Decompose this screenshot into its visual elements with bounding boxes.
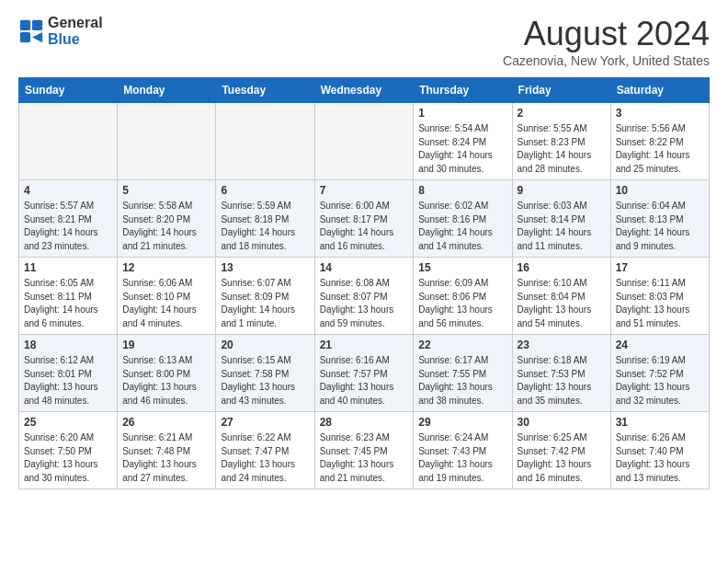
calendar-row-5: 25Sunrise: 6:20 AM Sunset: 7:50 PM Dayli… <box>19 412 710 489</box>
calendar-cell <box>314 103 414 180</box>
svg-rect-1 <box>32 20 42 30</box>
calendar-cell <box>216 103 314 180</box>
day-info: Sunrise: 6:19 AM Sunset: 7:52 PM Dayligh… <box>616 354 704 408</box>
svg-rect-0 <box>20 20 30 30</box>
day-number: 7 <box>320 184 409 197</box>
day-info: Sunrise: 5:54 AM Sunset: 8:24 PM Dayligh… <box>418 122 506 176</box>
day-number: 10 <box>616 184 704 197</box>
calendar-cell: 4Sunrise: 5:57 AM Sunset: 8:21 PM Daylig… <box>19 180 118 258</box>
logo-text-line2: Blue <box>48 31 103 48</box>
calendar-cell: 17Sunrise: 6:11 AM Sunset: 8:03 PM Dayli… <box>610 258 709 335</box>
day-number: 20 <box>221 339 309 351</box>
day-number: 12 <box>122 261 210 274</box>
day-info: Sunrise: 6:12 AM Sunset: 8:01 PM Dayligh… <box>24 354 112 408</box>
month-title: August 2024 <box>503 15 710 53</box>
day-info: Sunrise: 6:13 AM Sunset: 8:00 PM Dayligh… <box>122 354 210 408</box>
calendar-cell: 7Sunrise: 6:00 AM Sunset: 8:17 PM Daylig… <box>314 180 414 258</box>
calendar-cell <box>19 103 118 180</box>
calendar-cell: 25Sunrise: 6:20 AM Sunset: 7:50 PM Dayli… <box>19 412 118 489</box>
day-number: 11 <box>24 261 112 274</box>
title-area: August 2024 Cazenovia, New York, United … <box>503 15 710 68</box>
header-monday: Monday <box>118 78 216 103</box>
day-number: 5 <box>122 184 210 197</box>
day-number: 29 <box>418 416 506 429</box>
day-number: 1 <box>418 107 506 120</box>
day-number: 31 <box>616 416 704 429</box>
page-header: General Blue August 2024 Cazenovia, New … <box>18 15 710 68</box>
calendar-cell <box>118 103 216 180</box>
calendar-cell: 19Sunrise: 6:13 AM Sunset: 8:00 PM Dayli… <box>118 335 216 412</box>
day-number: 17 <box>616 261 704 274</box>
day-number: 27 <box>221 416 309 429</box>
day-number: 21 <box>320 339 409 351</box>
calendar-cell: 26Sunrise: 6:21 AM Sunset: 7:48 PM Dayli… <box>118 412 216 489</box>
calendar-cell: 23Sunrise: 6:18 AM Sunset: 7:53 PM Dayli… <box>512 335 610 412</box>
calendar-row-4: 18Sunrise: 6:12 AM Sunset: 8:01 PM Dayli… <box>19 335 710 412</box>
day-info: Sunrise: 6:26 AM Sunset: 7:40 PM Dayligh… <box>616 431 704 485</box>
calendar-cell: 11Sunrise: 6:05 AM Sunset: 8:11 PM Dayli… <box>19 258 118 335</box>
calendar-cell: 24Sunrise: 6:19 AM Sunset: 7:52 PM Dayli… <box>610 335 709 412</box>
day-info: Sunrise: 6:24 AM Sunset: 7:43 PM Dayligh… <box>418 431 506 485</box>
calendar-row-1: 1Sunrise: 5:54 AM Sunset: 8:24 PM Daylig… <box>19 103 710 180</box>
day-info: Sunrise: 6:17 AM Sunset: 7:55 PM Dayligh… <box>418 354 506 408</box>
calendar-row-2: 4Sunrise: 5:57 AM Sunset: 8:21 PM Daylig… <box>19 180 710 258</box>
day-number: 15 <box>418 261 506 274</box>
day-info: Sunrise: 6:02 AM Sunset: 8:16 PM Dayligh… <box>418 200 506 253</box>
day-number: 26 <box>122 416 210 429</box>
calendar-row-3: 11Sunrise: 6:05 AM Sunset: 8:11 PM Dayli… <box>19 258 710 335</box>
day-info: Sunrise: 6:15 AM Sunset: 7:58 PM Dayligh… <box>221 354 309 408</box>
day-info: Sunrise: 5:56 AM Sunset: 8:22 PM Dayligh… <box>616 122 704 176</box>
day-number: 4 <box>24 184 112 197</box>
calendar-cell: 28Sunrise: 6:23 AM Sunset: 7:45 PM Dayli… <box>314 412 414 489</box>
header-tuesday: Tuesday <box>216 78 314 103</box>
day-info: Sunrise: 6:06 AM Sunset: 8:10 PM Dayligh… <box>122 277 210 330</box>
day-info: Sunrise: 6:10 AM Sunset: 8:04 PM Dayligh… <box>518 277 606 330</box>
calendar-cell: 12Sunrise: 6:06 AM Sunset: 8:10 PM Dayli… <box>118 258 216 335</box>
day-number: 22 <box>418 339 506 351</box>
calendar-header-row: SundayMondayTuesdayWednesdayThursdayFrid… <box>19 78 710 103</box>
day-info: Sunrise: 5:55 AM Sunset: 8:23 PM Dayligh… <box>518 122 606 176</box>
location: Cazenovia, New York, United States <box>503 53 710 68</box>
calendar-cell: 31Sunrise: 6:26 AM Sunset: 7:40 PM Dayli… <box>610 412 709 489</box>
day-info: Sunrise: 6:00 AM Sunset: 8:17 PM Dayligh… <box>320 200 409 253</box>
calendar-cell: 5Sunrise: 5:58 AM Sunset: 8:20 PM Daylig… <box>118 180 216 258</box>
day-info: Sunrise: 5:57 AM Sunset: 8:21 PM Dayligh… <box>24 200 112 253</box>
logo-icon <box>18 18 44 44</box>
day-info: Sunrise: 5:58 AM Sunset: 8:20 PM Dayligh… <box>122 200 210 253</box>
calendar-cell: 9Sunrise: 6:03 AM Sunset: 8:14 PM Daylig… <box>512 180 610 258</box>
day-info: Sunrise: 6:25 AM Sunset: 7:42 PM Dayligh… <box>518 431 606 485</box>
header-thursday: Thursday <box>414 78 512 103</box>
svg-marker-3 <box>32 32 42 42</box>
day-number: 2 <box>518 107 606 120</box>
calendar-cell: 2Sunrise: 5:55 AM Sunset: 8:23 PM Daylig… <box>512 103 610 180</box>
calendar-cell: 15Sunrise: 6:09 AM Sunset: 8:06 PM Dayli… <box>414 258 512 335</box>
day-number: 13 <box>221 261 309 274</box>
calendar-cell: 3Sunrise: 5:56 AM Sunset: 8:22 PM Daylig… <box>610 103 709 180</box>
calendar-cell: 1Sunrise: 5:54 AM Sunset: 8:24 PM Daylig… <box>414 103 512 180</box>
day-info: Sunrise: 6:11 AM Sunset: 8:03 PM Dayligh… <box>616 277 704 330</box>
calendar-cell: 10Sunrise: 6:04 AM Sunset: 8:13 PM Dayli… <box>610 180 709 258</box>
day-info: Sunrise: 6:09 AM Sunset: 8:06 PM Dayligh… <box>418 277 506 330</box>
day-info: Sunrise: 6:22 AM Sunset: 7:47 PM Dayligh… <box>221 431 309 485</box>
day-number: 3 <box>616 107 704 120</box>
day-info: Sunrise: 6:07 AM Sunset: 8:09 PM Dayligh… <box>221 277 309 330</box>
day-number: 6 <box>221 184 309 197</box>
day-number: 30 <box>518 416 606 429</box>
header-sunday: Sunday <box>19 78 118 103</box>
day-info: Sunrise: 6:03 AM Sunset: 8:14 PM Dayligh… <box>518 200 606 253</box>
day-number: 8 <box>418 184 506 197</box>
logo: General Blue <box>18 15 103 49</box>
calendar-cell: 22Sunrise: 6:17 AM Sunset: 7:55 PM Dayli… <box>414 335 512 412</box>
calendar-cell: 30Sunrise: 6:25 AM Sunset: 7:42 PM Dayli… <box>512 412 610 489</box>
calendar-cell: 8Sunrise: 6:02 AM Sunset: 8:16 PM Daylig… <box>414 180 512 258</box>
svg-rect-2 <box>20 32 30 42</box>
day-info: Sunrise: 6:21 AM Sunset: 7:48 PM Dayligh… <box>122 431 210 485</box>
day-number: 9 <box>518 184 606 197</box>
calendar-cell: 14Sunrise: 6:08 AM Sunset: 8:07 PM Dayli… <box>314 258 414 335</box>
day-info: Sunrise: 6:04 AM Sunset: 8:13 PM Dayligh… <box>616 200 704 253</box>
calendar-table: SundayMondayTuesdayWednesdayThursdayFrid… <box>18 77 710 489</box>
day-info: Sunrise: 5:59 AM Sunset: 8:18 PM Dayligh… <box>221 200 309 253</box>
day-number: 24 <box>616 339 704 351</box>
day-number: 18 <box>24 339 112 351</box>
header-friday: Friday <box>512 78 610 103</box>
